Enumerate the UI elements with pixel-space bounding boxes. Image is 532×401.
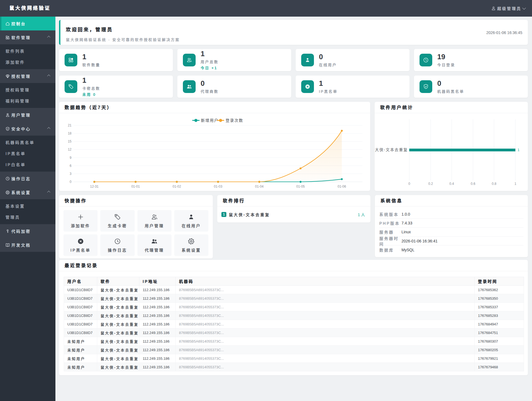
svg-text:18: 18 <box>68 131 72 135</box>
svg-text:01-02: 01-02 <box>173 185 181 188</box>
svg-text:21: 21 <box>68 123 72 127</box>
svg-text:12-31: 12-31 <box>90 185 99 188</box>
svg-text:登录次数: 登录次数 <box>226 118 243 123</box>
svg-text:9: 9 <box>70 156 71 160</box>
svg-text:01-05: 01-05 <box>296 185 305 188</box>
svg-text:01-01: 01-01 <box>131 185 140 188</box>
svg-text:0: 0 <box>70 180 71 184</box>
svg-text:01-06: 01-06 <box>337 185 346 188</box>
svg-text:6: 6 <box>70 164 71 168</box>
svg-text:1: 1 <box>518 148 520 152</box>
svg-text:01-03: 01-03 <box>214 185 222 188</box>
svg-text:鼠大侠-文本去重复: 鼠大侠-文本去重复 <box>375 148 408 152</box>
svg-text:0.6: 0.6 <box>471 182 475 186</box>
svg-text:0.8: 0.8 <box>492 182 497 186</box>
svg-text:新增用户: 新增用户 <box>201 118 219 123</box>
svg-text:0.2: 0.2 <box>428 182 433 186</box>
svg-text:12: 12 <box>68 148 72 151</box>
svg-text:15: 15 <box>68 139 72 143</box>
svg-text:3: 3 <box>70 172 71 176</box>
svg-text:01-04: 01-04 <box>255 185 264 188</box>
svg-text:1: 1 <box>515 182 516 186</box>
svg-text:0: 0 <box>408 182 410 186</box>
svg-text:0.4: 0.4 <box>449 182 454 186</box>
